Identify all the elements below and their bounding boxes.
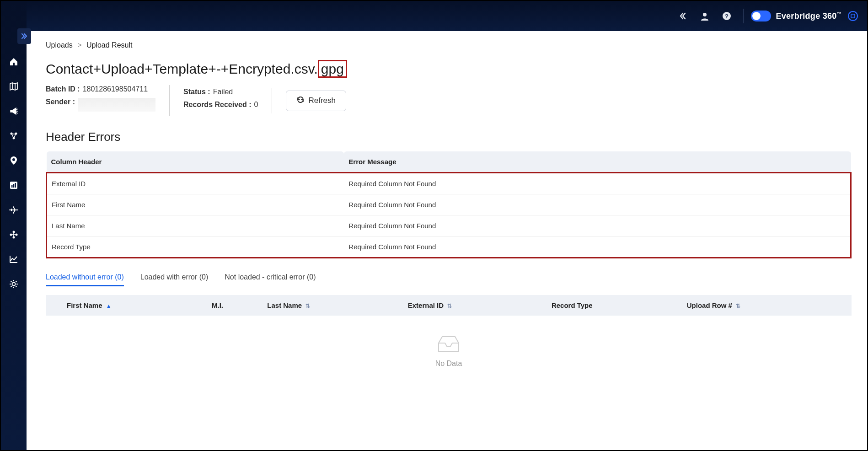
location-pin-icon[interactable] [6,153,21,168]
status-label: Status : [183,88,210,96]
cell-header: First Name [47,194,344,215]
home-icon[interactable] [6,54,21,70]
col-error-message: Error Message [344,151,851,173]
result-data-table: First Name ▲ M.I. Last Name ⇅ External I… [46,295,852,316]
header-divider [743,9,744,23]
tab-not-loaded-critical[interactable]: Not loaded - critical error (0) [225,269,316,286]
col-external-id-label: External ID [408,301,444,309]
refresh-button[interactable]: Refresh [286,91,346,111]
svg-point-0 [703,13,707,16]
left-sidebar [1,1,27,450]
svg-rect-11 [15,183,16,188]
trend-icon[interactable] [6,252,21,267]
svg-point-14 [13,231,15,233]
table-row: First Name Required Column Not Found [47,194,851,215]
col-first-name-label: First Name [67,301,102,309]
page-title: Contact+Upload+Template+-+Encrypted.csv.… [46,61,852,77]
breadcrumb-current: Upload Result [86,41,133,49]
cell-message: Required Column Not Found [344,236,851,258]
col-column-header: Column Header [47,151,344,173]
batch-id-label: Batch ID : [46,85,80,93]
svg-rect-3 [851,14,855,18]
sender-value-redacted [78,98,155,112]
records-received-value: 0 [254,101,258,109]
info-block-batch: Batch ID : 1801286198504711 Sender : [46,85,170,116]
col-last-name[interactable]: Last Name ⇅ [263,295,403,316]
refresh-label: Refresh [308,96,336,105]
brand-badge-icon[interactable] [848,11,858,21]
cell-header: Last Name [47,215,344,236]
megaphone-icon[interactable] [6,103,21,119]
cell-message: Required Column Not Found [344,173,851,194]
col-upload-row-label: Upload Row # [687,301,732,309]
col-upload-row[interactable]: Upload Row # ⇅ [682,295,852,316]
sort-icon: ▲ [106,303,112,309]
col-spacer [46,295,62,316]
top-header: ? Everbridge 360™ [1,1,867,31]
batch-id-value: 1801286198504711 [83,85,148,93]
cell-message: Required Column Not Found [344,194,851,215]
no-data-text: No Data [46,360,852,368]
header-errors-title: Header Errors [46,130,852,144]
cell-message: Required Column Not Found [344,215,851,236]
svg-rect-9 [11,185,13,188]
col-record-type[interactable]: Record Type [547,295,682,316]
sort-icon: ⇅ [305,303,310,309]
status-value: Failed [213,88,233,96]
breadcrumb-root[interactable]: Uploads [46,41,73,49]
records-received-label: Records Received : [183,101,252,109]
map-icon[interactable] [6,79,21,94]
info-block-refresh: Refresh [286,91,360,111]
svg-point-13 [16,234,18,236]
col-external-id[interactable]: External ID ⇅ [403,295,547,316]
svg-text:?: ? [725,13,729,20]
svg-point-16 [12,283,16,286]
help-icon[interactable]: ? [718,7,736,25]
workflow-icon[interactable] [6,128,21,144]
svg-point-7 [12,158,15,161]
table-row: External ID Required Column Not Found [47,173,851,194]
table-row: Record Type Required Column Not Found [47,236,851,258]
info-block-status: Status : Failed Records Received : 0 [183,88,272,113]
plane-icon[interactable] [6,202,21,218]
no-data-area: No Data [46,316,852,377]
sort-icon: ⇅ [447,303,452,309]
result-tabs: Loaded without error (0) Loaded with err… [46,269,852,287]
sort-icon: ⇅ [736,303,740,309]
page-title-highlight: gpg [318,60,347,78]
sidebar-expand-button[interactable] [17,28,31,44]
table-row: Last Name Required Column Not Found [47,215,851,236]
chart-bar-icon[interactable] [6,177,21,193]
trademark: ™ [837,11,841,16]
svg-rect-10 [13,184,15,188]
col-last-name-label: Last Name [267,301,302,309]
tab-loaded-with-error[interactable]: Loaded with error (0) [140,269,209,286]
network-icon[interactable] [6,227,21,242]
header-right: ? Everbridge 360™ [674,7,858,25]
brand-text: Everbridge 360™ [776,11,841,21]
gear-icon[interactable] [6,276,21,292]
main-content: Uploads > Upload Result Contact+Upload+T… [31,31,866,449]
page-title-base: Contact+Upload+Template+-+Encrypted.csv. [46,61,318,76]
header-errors-table: Column Header Error Message External ID … [46,151,852,258]
user-icon[interactable] [696,7,714,25]
info-row: Batch ID : 1801286198504711 Sender : Sta… [46,85,852,116]
mode-toggle[interactable] [751,11,771,21]
inbox-empty-icon [435,334,462,354]
brand-toggle-area: Everbridge 360™ [751,11,858,21]
errors-highlight-box: External ID Required Column Not Found Fi… [47,173,851,258]
cell-header: External ID [47,173,344,194]
refresh-icon [296,96,305,106]
col-mi[interactable]: M.I. [207,295,263,316]
cell-header: Record Type [47,236,344,258]
collapse-icon[interactable] [674,7,692,25]
svg-point-12 [10,234,12,236]
svg-point-15 [13,236,15,239]
sender-label: Sender : [46,98,75,112]
breadcrumb-sep: > [77,41,81,49]
tab-loaded-without-error[interactable]: Loaded without error (0) [46,269,124,286]
col-first-name[interactable]: First Name ▲ [62,295,207,316]
breadcrumb: Uploads > Upload Result [46,41,852,49]
